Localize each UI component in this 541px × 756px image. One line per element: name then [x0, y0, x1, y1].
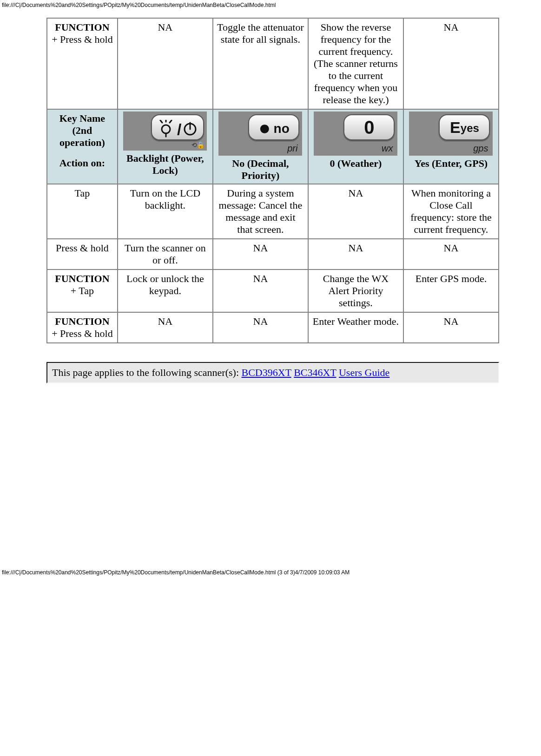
cell: Turn the scanner on or off. — [118, 239, 212, 269]
yes-text: yes — [461, 122, 479, 134]
no-button-face: ●no — [248, 114, 299, 140]
function-label: FUNCTION — [55, 316, 109, 327]
function-label: FUNCTION — [55, 273, 109, 284]
pri-sub-label: pri — [221, 143, 299, 154]
action-suffix: + Press & hold — [52, 328, 113, 339]
key-no-cell: ●no pri No (Decimal, Priority) — [213, 110, 308, 184]
backlight-power-key-icon: / ⟲🔒 — [123, 112, 207, 151]
row-label: FUNCTION + Press & hold — [47, 313, 117, 342]
table-row: Tap Turn on the LCD backlight. During a … — [47, 184, 498, 238]
key-caption: Backlight (Power, Lock) — [120, 152, 211, 177]
applies-prefix: This page applies to the following scann… — [52, 367, 242, 378]
cell: Enter Weather mode. — [309, 313, 403, 342]
svg-text:/: / — [177, 120, 182, 138]
main-content: FUNCTION + Press & hold NA Toggle the at… — [46, 18, 499, 383]
key-caption: Yes (Enter, GPS) — [406, 158, 496, 170]
gps-sub-label: gps — [412, 143, 490, 154]
decimal-dot-icon: ● — [258, 116, 271, 139]
cell: Lock or unlock the keypad. — [118, 270, 212, 312]
row-label: Tap — [47, 184, 117, 238]
svg-point-3 — [162, 125, 170, 133]
action-on-label: Action on: — [51, 157, 113, 169]
yes-button-face: Eyes — [439, 114, 490, 140]
row-label: FUNCTION + Press & hold — [47, 19, 117, 109]
key-caption: No (Decimal, Priority) — [215, 158, 306, 182]
cell: Enter GPS mode. — [404, 270, 498, 312]
no-text: no — [274, 121, 290, 136]
function-label: FUNCTION — [55, 21, 109, 33]
no-key-icon: ●no pri — [218, 112, 302, 156]
key-yes-cell: Eyes gps Yes (Enter, GPS) — [404, 110, 498, 184]
cell: Show the reverse frequency for the curre… — [309, 19, 403, 109]
yes-key-icon: Eyes gps — [409, 112, 493, 156]
row-label: Press & hold — [47, 239, 117, 269]
table-row: FUNCTION + Tap Lock or unlock the keypad… — [47, 270, 498, 312]
cell: NA — [309, 239, 403, 269]
key-name-header: Key Name (2nd operation) Action on: — [47, 110, 117, 184]
table-row: FUNCTION + Press & hold NA NA Enter Weat… — [47, 313, 498, 342]
e-letter: E — [450, 118, 461, 136]
cell: NA — [404, 19, 498, 109]
lock-glyph-icon: ⟲🔒 — [126, 141, 204, 149]
cell: When monitoring a Close Call frequency: … — [404, 184, 498, 238]
page-header-path: file:///C|/Documents%20and%20Settings/PO… — [0, 0, 541, 8]
cell: NA — [118, 313, 212, 342]
action-suffix: + Tap — [71, 285, 94, 296]
cell: Change the WX Alert Priority settings. — [309, 270, 403, 312]
link-users-guide[interactable]: Users Guide — [339, 367, 389, 378]
key-zero-cell: 0 wx 0 (Weather) — [309, 110, 403, 184]
link-bcd396xt[interactable]: BCD396XT — [242, 367, 291, 378]
cell: NA — [213, 270, 308, 312]
key-caption: 0 (Weather) — [310, 158, 401, 170]
cell: Toggle the attenuator state for all sign… — [213, 19, 308, 109]
key-action-table: FUNCTION + Press & hold NA Toggle the at… — [46, 18, 499, 343]
backlight-button-face: / — [151, 114, 204, 140]
row-label: FUNCTION + Tap — [47, 270, 117, 312]
page-footer-path: file:///C|/Documents%20and%20Settings/PO… — [0, 569, 541, 578]
cell: During a system message: Cancel the mess… — [213, 184, 308, 238]
cell: NA — [118, 19, 212, 109]
cell: Turn on the LCD backlight. — [118, 184, 212, 238]
table-row: FUNCTION + Press & hold NA Toggle the at… — [47, 19, 498, 109]
key-name-2nd-op: Key Name (2nd operation) — [51, 112, 113, 149]
cell: NA — [404, 313, 498, 342]
cell: NA — [309, 184, 403, 238]
cell: NA — [404, 239, 498, 269]
link-bc346xt[interactable]: BC346XT — [294, 367, 336, 378]
svg-line-2 — [170, 120, 172, 123]
cell: NA — [213, 313, 308, 342]
key-header-row: Key Name (2nd operation) Action on: / — [47, 110, 498, 184]
zero-key-icon: 0 wx — [314, 112, 397, 156]
applies-to-box: This page applies to the following scann… — [46, 362, 499, 383]
cell: NA — [213, 239, 308, 269]
wx-sub-label: wx — [317, 143, 395, 154]
table-row: Press & hold Turn the scanner on or off.… — [47, 239, 498, 269]
zero-button-face: 0 — [343, 114, 395, 140]
action-suffix: + Press & hold — [52, 33, 113, 45]
key-backlight-cell: / ⟲🔒 Backlight (Power, Lock) — [118, 110, 212, 184]
svg-line-0 — [160, 120, 162, 123]
